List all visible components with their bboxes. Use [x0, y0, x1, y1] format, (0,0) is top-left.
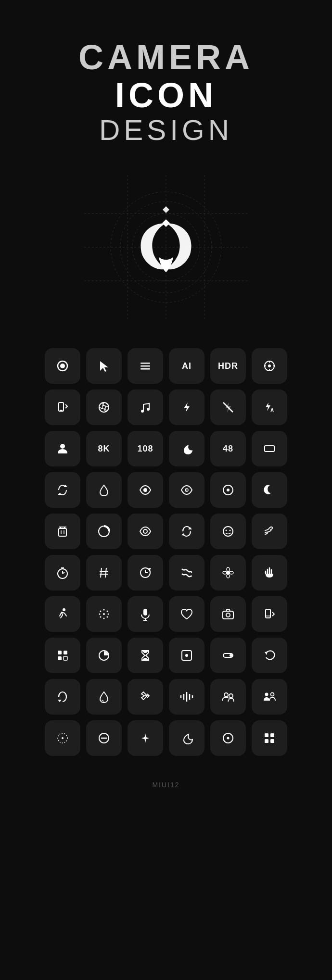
svg-marker-104: [265, 652, 268, 655]
icon-tile-8k[interactable]: 8K: [86, 431, 122, 466]
icon-tile-aperture[interactable]: [86, 389, 122, 425]
icon-tile-hdr[interactable]: HDR: [210, 348, 246, 384]
icon-tile-grid4[interactable]: [252, 720, 287, 756]
svg-rect-97: [58, 656, 62, 660]
icon-tile-camera-square[interactable]: [210, 596, 246, 632]
icon-tile-square-dot[interactable]: [169, 638, 204, 673]
icon-tile-wave[interactable]: [169, 679, 204, 715]
icon-tile-refresh[interactable]: [169, 514, 204, 549]
icon-tile-people[interactable]: [252, 679, 287, 715]
icon-tile-drop[interactable]: [86, 472, 122, 508]
icon-tile-delete[interactable]: [45, 514, 80, 549]
icon-tile-person[interactable]: [45, 431, 80, 466]
icon-row-0: AIHDR: [19, 348, 313, 384]
icon-tile-dot-circle[interactable]: [210, 720, 246, 756]
toggle-icon: [220, 648, 236, 663]
icon-tile-eye2[interactable]: [128, 514, 163, 549]
icon-tile-eye-scan[interactable]: [169, 472, 204, 508]
icon-label-8k: 8K: [98, 444, 110, 454]
icon-tile-clock-arrow[interactable]: [128, 555, 163, 591]
svg-marker-55: [181, 533, 185, 536]
svg-point-58: [230, 530, 231, 531]
icon-tile-no-entry[interactable]: [86, 720, 122, 756]
icon-tile-settings-circle[interactable]: [252, 348, 287, 384]
icon-tile-timer[interactable]: [45, 555, 80, 591]
svg-marker-105: [58, 700, 62, 702]
svg-point-117: [62, 737, 64, 739]
svg-point-81: [107, 611, 108, 612]
svg-rect-123: [270, 733, 274, 737]
icon-tile-toggle[interactable]: [210, 638, 246, 673]
icon-tile-moon[interactable]: [252, 472, 287, 508]
clock-arrow-icon: [138, 565, 153, 580]
flower-icon: [220, 565, 236, 580]
people-icon: [262, 689, 277, 704]
moon2-icon: [179, 730, 194, 746]
icon-tile-108[interactable]: 108: [128, 431, 163, 466]
icon-tile-circle-gradient[interactable]: [86, 514, 122, 549]
icon-tile-eye[interactable]: [128, 472, 163, 508]
icon-tile-reload[interactable]: [45, 679, 80, 715]
svg-rect-88: [143, 609, 147, 616]
icon-tile-phone-rotate[interactable]: [45, 389, 80, 425]
svg-rect-93: [266, 609, 270, 618]
icon-tile-run[interactable]: [45, 596, 80, 632]
icon-tile-sparkles[interactable]: [86, 596, 122, 632]
svg-text:A: A: [270, 408, 274, 413]
clock-pie-icon: [96, 648, 112, 663]
icon-label-48: 48: [223, 444, 233, 454]
icon-tile-drop2[interactable]: [86, 679, 122, 715]
icon-row-1: A: [19, 389, 313, 425]
icon-tile-48[interactable]: 48: [210, 431, 246, 466]
svg-point-79: [103, 613, 105, 615]
icon-tile-hash[interactable]: [86, 555, 122, 591]
icon-tile-dots-circle[interactable]: [45, 720, 80, 756]
icon-tile-sparkle4[interactable]: [128, 720, 163, 756]
footer-label: MIUI12: [152, 781, 179, 789]
flash-off-icon: [220, 400, 236, 415]
icon-tile-lines[interactable]: [169, 555, 204, 591]
icon-tile-mic[interactable]: [128, 596, 163, 632]
icon-tile-grid-square[interactable]: [45, 638, 80, 673]
icon-row-9: [19, 720, 313, 756]
svg-point-78: [63, 609, 65, 611]
svg-marker-11: [162, 219, 170, 227]
wind-icon: [262, 524, 277, 539]
icon-tile-aspect[interactable]: [252, 431, 287, 466]
icon-tile-clock-pie[interactable]: [86, 638, 122, 673]
icon-tile-smile[interactable]: [210, 514, 246, 549]
icon-tile-adjust[interactable]: [128, 679, 163, 715]
icon-tile-flash-auto[interactable]: A: [252, 389, 287, 425]
cursor-icon: [96, 358, 112, 374]
phone-flip-icon: [262, 606, 277, 622]
svg-line-64: [101, 568, 102, 578]
icon-tile-night[interactable]: [169, 431, 204, 466]
icon-tile-ai[interactable]: AI: [169, 348, 204, 384]
icon-tile-wind[interactable]: [252, 514, 287, 549]
icon-tile-moon2[interactable]: [169, 720, 204, 756]
icon-tile-undo[interactable]: [252, 638, 287, 673]
icon-row-5: [19, 555, 313, 591]
icon-tile-lightning[interactable]: [169, 389, 204, 425]
group-icon: [220, 689, 236, 704]
icon-tile-flower[interactable]: [210, 555, 246, 591]
icon-tile-group[interactable]: [210, 679, 246, 715]
icon-tile-heart-outline[interactable]: [169, 596, 204, 632]
sparkle4-icon: [138, 730, 153, 746]
svg-rect-124: [265, 739, 268, 743]
svg-point-37: [60, 444, 65, 449]
icon-tile-flash-off[interactable]: [210, 389, 246, 425]
icon-tile-hand[interactable]: [252, 555, 287, 591]
icon-tile-menu[interactable]: [128, 348, 163, 384]
svg-point-82: [100, 616, 102, 618]
svg-rect-15: [140, 365, 150, 367]
icon-tile-circle-dot[interactable]: [210, 472, 246, 508]
icon-tile-phone-flip[interactable]: [252, 596, 287, 632]
icon-tile-music[interactable]: [128, 389, 163, 425]
icon-tile-rotate[interactable]: [45, 472, 80, 508]
icon-tile-cursor[interactable]: [86, 348, 122, 384]
reload-icon: [55, 689, 70, 704]
icon-tile-record[interactable]: [45, 348, 80, 384]
svg-line-65: [105, 568, 106, 578]
icon-tile-hourglass[interactable]: [128, 638, 163, 673]
